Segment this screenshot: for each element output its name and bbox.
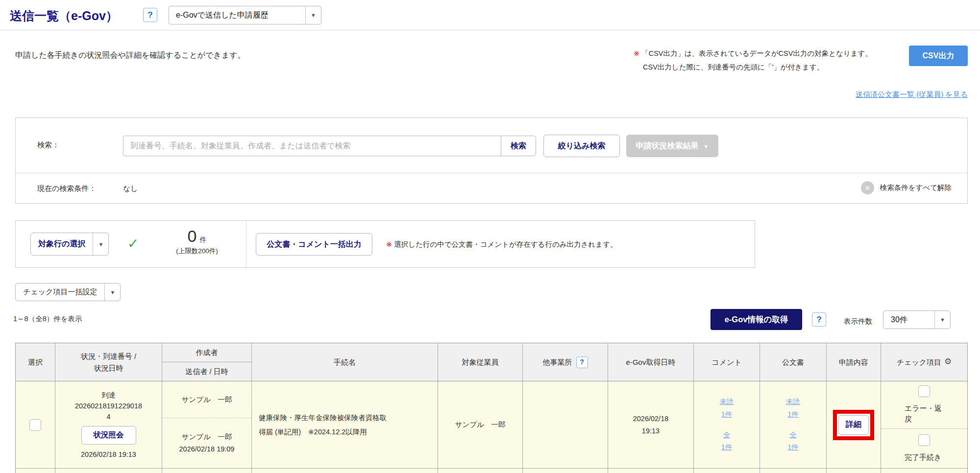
current-condition-row: 現在の検索条件： なし ✕ 検索条件をすべて解除 — [16, 173, 967, 203]
clipped-cell — [881, 469, 967, 473]
bulk-export-note: ※ 選択した行の中で公文書・コメントが存在する行のみ出力されます。 — [386, 240, 617, 249]
clipped-cell — [16, 469, 55, 473]
status-datetime: 2026/02/18 19:13 — [81, 449, 136, 461]
selected-count-block: 0件 (上限数200件) — [153, 227, 241, 256]
filter-search-button[interactable]: 絞り込み検索 — [543, 135, 620, 157]
view-selector-value: e-Govで送信した申請履歴 — [169, 6, 305, 24]
gear-icon[interactable]: ⚙ — [944, 355, 952, 368]
result-range-text: 1～8（全8）件を表示 — [13, 314, 82, 324]
sender-name: サンプル 一郎 — [182, 431, 232, 443]
clipped-cell — [252, 469, 438, 473]
clipped-cell — [608, 469, 694, 473]
status-search-result-label: 申請状況検索結果 — [636, 142, 699, 150]
clipped-cell — [760, 469, 827, 473]
error-return-checkbox[interactable] — [918, 385, 930, 397]
completed-label: 完了手続き — [905, 452, 944, 463]
check-item-error-row: エラー・返戻 — [881, 381, 967, 429]
procedure-name: 健康保険・厚生年金保険被保険者資格取得届 (単記用) ※2024.12.2以降用 — [259, 411, 390, 439]
page-size-label: 表示件数 — [844, 317, 872, 326]
current-condition-value: なし — [123, 184, 138, 193]
row-select-cell — [16, 381, 55, 469]
csv-note: ※ 「CSV出力」は、表示されているデータがCSV出力の対象となります。 CSV… — [634, 47, 903, 74]
page-help-icon[interactable]: ? — [143, 8, 157, 22]
arrival-number: 202602181912290184 — [74, 401, 144, 423]
clipped-cell — [438, 469, 523, 473]
check-item-done-row: 完了手続き — [881, 429, 967, 468]
note-asterisk: ※ — [634, 49, 639, 57]
clear-conditions-label: 検索条件をすべて解除 — [880, 183, 952, 192]
selected-count-unit: 件 — [199, 236, 206, 243]
clipped-cell — [523, 469, 608, 473]
comment-cell: 未読 1件 全 1件 — [694, 381, 760, 469]
csv-export-button[interactable]: CSV出力 — [909, 46, 968, 66]
egov-fetch-help-icon[interactable]: ? — [812, 312, 826, 327]
header-procedure: 手続名 — [252, 343, 438, 381]
header-sender: 送信者 / 日時 — [162, 362, 251, 381]
csv-note-line1: 「CSV出力」は、表示されているデータがCSV出力の対象となります。 — [641, 49, 872, 57]
completed-checkbox[interactable] — [918, 434, 930, 446]
title-bar: 送信一覧（e-Gov） ? e-Govで送信した申請履歴 ▼ — [0, 0, 980, 30]
detail-button[interactable]: 詳細 — [838, 415, 869, 435]
error-return-label: エラー・返戻 — [905, 403, 944, 425]
egov-fetch-button[interactable]: e-Gov情報の取得 — [710, 309, 802, 330]
row-checkbox[interactable] — [29, 419, 41, 431]
sent-documents-link[interactable]: 送信済公文書一覧 (従業員) を見る — [856, 90, 968, 99]
document-unread-link[interactable]: 未読 1件 — [786, 396, 800, 421]
chevron-down-icon: ▼ — [104, 284, 120, 301]
other-office-help-icon[interactable]: ? — [576, 356, 588, 368]
check-icon: ✓ — [127, 236, 139, 252]
bulk-export-button[interactable]: 公文書・コメント一括出力 — [256, 233, 372, 256]
chevron-down-icon: ▼ — [93, 233, 108, 255]
status-search-result-button[interactable]: 申請状況検索結果▼ — [626, 135, 718, 157]
header-comment: コメント — [694, 343, 760, 381]
header-other-office-label: 他事業所 — [543, 356, 572, 368]
header-check-items-label: チェック項目 — [897, 356, 941, 368]
egov-datetime: 2026/02/18 19:13 — [630, 413, 671, 437]
view-selector-dropdown[interactable]: e-Govで送信した申請履歴 ▼ — [169, 6, 321, 24]
select-rows-label: 対象行の選択 — [31, 233, 93, 255]
bulk-export-note-text: 選択した行の中で公文書・コメントが存在する行のみ出力されます。 — [394, 240, 617, 248]
status-cell: 到達 202602181912290184 状況照会 2026/02/18 19… — [55, 381, 162, 469]
search-button[interactable]: 検索 — [501, 136, 536, 156]
status-inquiry-button[interactable]: 状況照会 — [81, 426, 136, 445]
procedure-cell: 健康保険・厚生年金保険被保険者資格取得届 (単記用) ※2024.12.2以降用 — [252, 381, 438, 469]
sender-block: サンプル 一郎 2026/02/18 19:09 — [162, 418, 251, 468]
application-cell: 詳細 — [827, 381, 881, 469]
employee-name: サンプル 一郎 — [438, 381, 523, 469]
csv-note-line2: CSV出力した際に、到達番号の先頭に「'」が付きます。 — [634, 60, 903, 74]
header-creator: 作成者 — [162, 343, 251, 362]
submissions-table: 選択 状況・到達番号 / 状況日時 作成者 送信者 / 日時 手続名 対象従業員… — [15, 343, 968, 473]
header-other-office: 他事業所 ? — [523, 343, 608, 381]
page-size-dropdown[interactable]: 30件 ▼ — [883, 310, 951, 329]
search-label: 検索： — [37, 141, 59, 150]
status-label: 到達 — [101, 389, 116, 402]
divider — [246, 221, 246, 267]
comment-unread-link[interactable]: 未読 1件 — [720, 396, 734, 421]
note-asterisk: ※ — [386, 240, 392, 248]
page-size-value: 30件 — [883, 311, 934, 329]
header-employee: 対象従業員 — [438, 343, 523, 381]
header-egov-datetime: e-Gov取得日時 — [608, 343, 694, 381]
comment-all-link[interactable]: 全 1件 — [721, 429, 733, 454]
chevron-down-icon: ▼ — [934, 311, 950, 329]
chevron-down-icon: ▼ — [305, 6, 321, 24]
chevron-down-icon: ▼ — [704, 143, 709, 149]
page-title: 送信一覧（e-Gov） — [10, 8, 118, 24]
search-panel: 検索： 検索 絞り込み検索 申請状況検索結果▼ 現在の検索条件： なし ✕ 検索… — [15, 118, 968, 204]
row-selection-panel: 対象行の選択 ▼ ✓ 0件 (上限数200件) 公文書・コメント一括出力 ※ 選… — [15, 220, 755, 268]
search-input[interactable] — [123, 136, 501, 156]
search-row: 検索： 検索 絞り込み検索 申請状況検索結果▼ — [16, 118, 967, 173]
header-application: 申請内容 — [827, 343, 881, 381]
select-rows-dropdown[interactable]: 対象行の選択 ▼ — [30, 233, 109, 256]
bulk-check-settings-label: チェック項目一括設定 — [16, 284, 104, 301]
selected-count: 0 — [188, 227, 197, 245]
bulk-check-settings-dropdown[interactable]: チェック項目一括設定 ▼ — [15, 283, 121, 301]
clear-conditions-button[interactable]: ✕ 検索条件をすべて解除 — [861, 181, 952, 194]
egov-datetime-cell: 2026/02/18 19:13 — [608, 381, 694, 469]
header-creator-sender: 作成者 送信者 / 日時 — [162, 343, 252, 381]
creator-sender-cell: サンプル 一郎 サンプル 一郎 2026/02/18 19:09 — [162, 381, 252, 469]
document-all-link[interactable]: 全 1件 — [787, 429, 799, 454]
header-select: 選択 — [16, 343, 55, 381]
document-cell: 未読 1件 全 1件 — [760, 381, 827, 469]
clipped-cell — [55, 469, 162, 473]
